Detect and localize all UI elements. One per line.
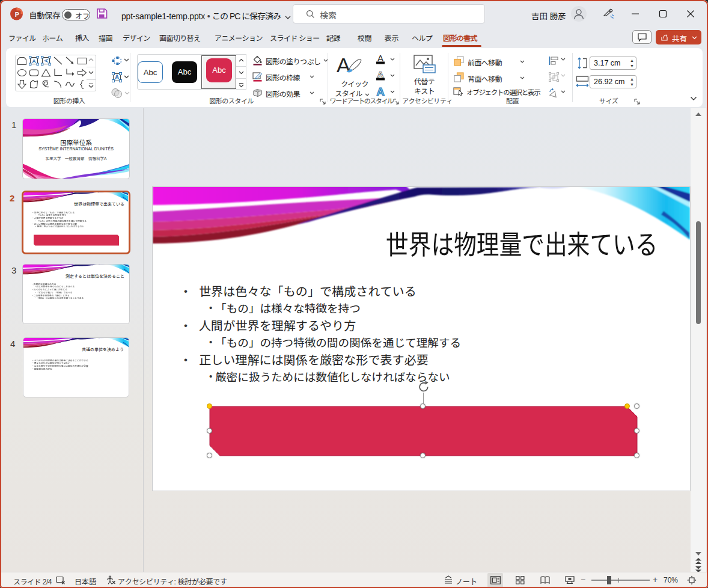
svg-text:A: A <box>337 54 350 76</box>
svg-text:A: A <box>377 70 384 79</box>
svg-text:A: A <box>43 58 49 63</box>
svg-text:A: A <box>32 58 36 64</box>
svg-text:A: A <box>377 54 383 63</box>
svg-text:P: P <box>15 11 19 18</box>
svg-text:A: A <box>115 74 119 81</box>
